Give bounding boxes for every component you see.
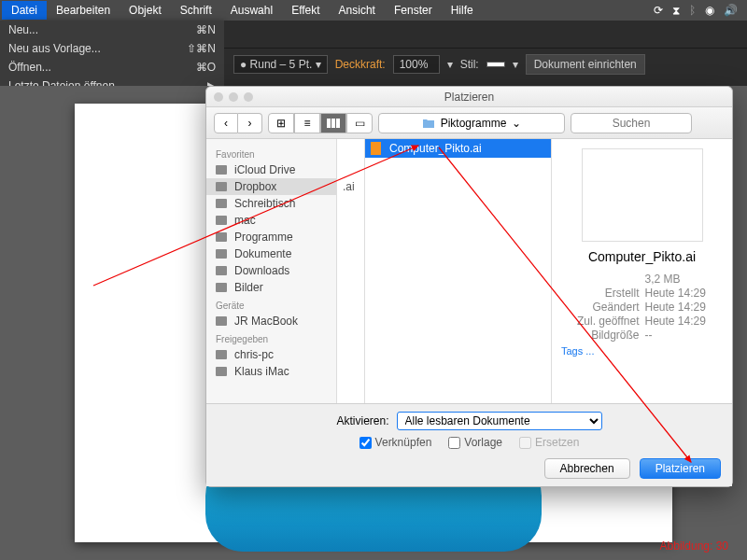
svg-rect-3	[216, 165, 227, 175]
menu-datei[interactable]: Datei	[2, 1, 47, 20]
link-checkbox[interactable]: Verknüpfen	[359, 436, 432, 449]
document-setup-button[interactable]: Dokument einrichten	[526, 54, 645, 75]
hourglass-icon: ⧗	[672, 4, 680, 17]
meta-row: Zul. geöffnetHeute 14:29	[561, 315, 723, 328]
sidebar-heading: Favoriten	[206, 145, 336, 161]
dialog-titlebar: Platzieren	[206, 87, 732, 107]
path-dropdown[interactable]: Piktogramme ⌄	[378, 113, 565, 133]
svg-rect-4	[216, 182, 227, 191]
sidebar-item[interactable]: Downloads	[206, 262, 336, 279]
column-1[interactable]: .ai	[337, 139, 365, 403]
sidebar-heading: Geräte	[206, 296, 336, 313]
menu-fenster[interactable]: Fenster	[385, 1, 442, 20]
svg-rect-8	[216, 249, 227, 259]
dialog-title: Platzieren	[444, 91, 494, 104]
sidebar-item[interactable]: Klaus iMac	[206, 363, 336, 380]
view-list-button[interactable]: ≡	[294, 113, 320, 133]
view-icons-button[interactable]: ⊞	[268, 113, 294, 133]
ai-file-icon	[371, 142, 384, 155]
template-checkbox[interactable]: Vorlage	[448, 436, 502, 449]
folder-icon	[422, 117, 435, 130]
replace-checkbox: Ersetzen	[519, 436, 579, 449]
sidebar-item[interactable]: mac	[206, 212, 336, 229]
menubar: Datei Bearbeiten Objekt Schrift Auswahl …	[0, 0, 747, 21]
svg-rect-13	[216, 367, 227, 376]
svg-rect-2	[336, 119, 340, 128]
meta-row: ErstelltHeute 14:29	[561, 287, 723, 300]
meta-row: Bildgröße--	[561, 329, 723, 342]
sidebar-item[interactable]: Dropbox	[206, 178, 336, 195]
menu-objekt[interactable]: Objekt	[120, 1, 171, 20]
sidebar-item[interactable]: Schreibtisch	[206, 195, 336, 212]
dialog-footer: Aktivieren: Alle lesbaren Dokumente Verk…	[206, 403, 732, 486]
activate-select[interactable]: Alle lesbaren Dokumente	[397, 412, 602, 430]
svg-rect-7	[216, 232, 227, 242]
place-dialog: Platzieren ‹ › ⊞ ≡ ▭ Piktogramme ⌄ Favor…	[205, 86, 733, 487]
menu-schrift[interactable]: Schrift	[171, 1, 221, 20]
opacity-field[interactable]: 100%	[393, 55, 440, 74]
menu-ansicht[interactable]: Ansicht	[330, 1, 385, 20]
menu-item[interactable]: Neu...⌘N	[0, 21, 224, 39]
app-toolbar: ● Rund – 5 Pt. ▾ Deckkraft: 100%▾ Stil: …	[224, 21, 747, 86]
sidebar-item[interactable]: Dokumente	[206, 245, 336, 262]
nav-forward-button[interactable]: ›	[238, 113, 262, 133]
sync-icon: ⟳	[654, 4, 663, 17]
volume-icon: 🔊	[724, 4, 738, 17]
cancel-button[interactable]: Abbrechen	[544, 458, 630, 479]
svg-rect-9	[216, 266, 227, 275]
menu-hilfe[interactable]: Hilfe	[442, 1, 483, 20]
file-item[interactable]: .ai	[337, 176, 364, 197]
view-gallery-button[interactable]: ▭	[346, 113, 373, 133]
preview-thumbnail	[582, 148, 703, 242]
column-2[interactable]: Computer_Pikto.ai	[365, 139, 552, 403]
dialog-toolbar: ‹ › ⊞ ≡ ▭ Piktogramme ⌄	[206, 107, 732, 139]
nav-back-button[interactable]: ‹	[214, 113, 238, 133]
system-tray: ⟳ ⧗ ᛒ ◉ 🔊	[654, 4, 745, 17]
menu-auswahl[interactable]: Auswahl	[221, 1, 282, 20]
meta-row: GeändertHeute 14:29	[561, 301, 723, 314]
search-input[interactable]	[571, 113, 692, 133]
style-label: Stil:	[460, 58, 479, 71]
sidebar-item[interactable]: iCloud Drive	[206, 161, 336, 178]
activate-label: Aktivieren:	[336, 414, 388, 427]
sidebar-heading: Freigegeben	[206, 329, 336, 346]
preview-filename: Computer_Pikto.ai	[561, 249, 723, 264]
view-columns-button[interactable]	[320, 113, 346, 133]
svg-rect-11	[216, 316, 227, 326]
svg-rect-12	[216, 350, 227, 359]
menu-item[interactable]: Öffnen...⌘O	[0, 58, 224, 77]
file-item-selected[interactable]: Computer_Pikto.ai	[365, 139, 551, 158]
menu-effekt[interactable]: Effekt	[282, 1, 329, 20]
svg-rect-6	[216, 216, 227, 225]
opacity-label: Deckkraft:	[335, 58, 386, 71]
wifi-icon: ◉	[705, 4, 714, 17]
menu-item[interactable]: Neu aus Vorlage...⇧⌘N	[0, 39, 224, 58]
place-button[interactable]: Platzieren	[640, 458, 721, 479]
svg-rect-0	[327, 119, 331, 128]
sidebar-item[interactable]: JR MacBook	[206, 313, 336, 329]
style-swatch[interactable]	[486, 62, 505, 67]
svg-rect-1	[331, 119, 335, 128]
preview-tags[interactable]: Tags ...	[561, 345, 723, 357]
figure-caption: Abbildung: 30	[660, 539, 728, 553]
stroke-field[interactable]: ● Rund – 5 Pt. ▾	[233, 55, 328, 74]
menu-bearbeiten[interactable]: Bearbeiten	[47, 1, 120, 20]
sidebar-item[interactable]: Bilder	[206, 279, 336, 296]
sidebar-item[interactable]: Programme	[206, 229, 336, 245]
sidebar-item[interactable]: chris-pc	[206, 346, 336, 363]
preview-pane: Computer_Pikto.ai 3,2 MB ErstelltHeute 1…	[552, 139, 732, 403]
svg-rect-10	[216, 283, 227, 292]
finder-sidebar: FavoriteniCloud DriveDropboxSchreibtisch…	[206, 139, 337, 403]
bluetooth-icon: ᛒ	[689, 4, 696, 17]
traffic-lights[interactable]	[206, 92, 253, 102]
svg-rect-5	[216, 199, 227, 208]
svg-rect-14	[371, 142, 381, 155]
